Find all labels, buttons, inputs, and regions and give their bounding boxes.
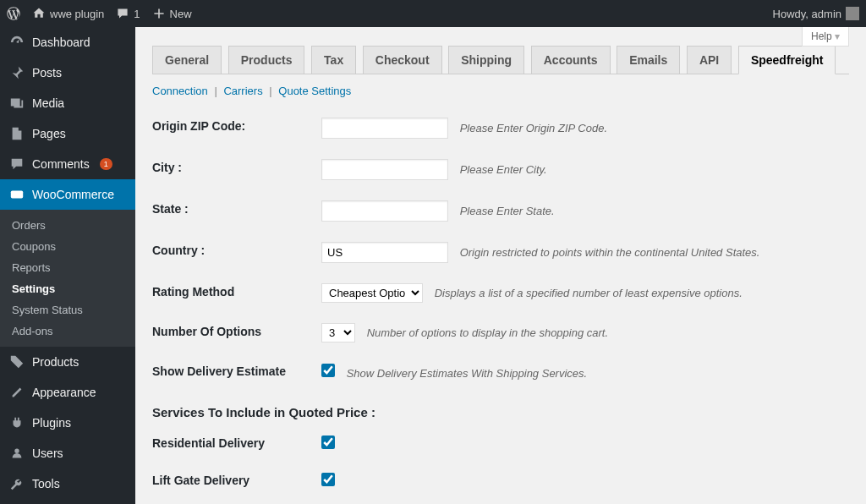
new-label: New <box>170 8 192 20</box>
sub-item-addons[interactable]: Add-ons <box>0 320 135 342</box>
checkbox-liftgate[interactable] <box>321 473 335 486</box>
tab-emails[interactable]: Emails <box>617 46 680 74</box>
label-rating-method: Rating Method <box>152 273 321 313</box>
sub-item-reports[interactable]: Reports <box>0 257 135 278</box>
subtab-quote-settings[interactable]: Quote Settings <box>278 85 351 97</box>
sub-item-settings[interactable]: Settings <box>0 278 135 299</box>
avatar <box>846 7 859 20</box>
new-content[interactable]: New <box>152 7 192 20</box>
sidebar-item-label: Pages <box>32 127 66 140</box>
hint-country: Origin restricted to points within the c… <box>460 246 760 259</box>
comment-icon <box>8 156 25 173</box>
select-rating-method[interactable]: Cheapest Options <box>321 283 423 303</box>
comment-icon <box>116 7 129 20</box>
sidebar-item-label: Dashboard <box>32 36 90 49</box>
plus-icon <box>152 7 166 20</box>
sidebar-item-label: Appearance <box>32 386 96 399</box>
sidebar-item-label: Plugins <box>32 416 71 430</box>
tab-tax[interactable]: Tax <box>311 46 356 74</box>
plugins-icon <box>8 414 25 431</box>
sidebar-item-tools[interactable]: Tools <box>0 468 135 499</box>
hint-show-delivery: Show Delivery Estimates With Shipping Se… <box>347 367 588 380</box>
separator: | <box>269 85 271 97</box>
hint-rating-method: Displays a list of a specified number of… <box>435 287 743 299</box>
label-show-delivery: Show Delivery Estimate <box>152 353 321 390</box>
input-city[interactable] <box>321 159 448 180</box>
sidebar-item-appearance[interactable]: Appearance <box>0 377 135 408</box>
site-name-link[interactable]: wwe plugin <box>32 7 104 20</box>
sub-item-system-status[interactable]: System Status <box>0 299 135 320</box>
hint-origin-zip: Please Enter Origin ZIP Code. <box>460 122 607 134</box>
wp-logo[interactable] <box>7 7 20 20</box>
label-city: City : <box>152 149 321 190</box>
content-area: Help General Products Tax Checkout Shipp… <box>135 27 866 504</box>
tab-speedfreight[interactable]: Speedfreight <box>738 46 836 74</box>
sidebar-item-label: Posts <box>32 66 62 79</box>
input-state[interactable] <box>321 200 448 222</box>
tab-api[interactable]: API <box>687 46 732 74</box>
woocommerce-icon <box>8 186 25 203</box>
services-form: Residential Delivery Lift Gate Delivery <box>152 425 849 499</box>
pin-icon <box>8 64 25 81</box>
admin-menu: Dashboard Posts Media Pages Comments 1 W… <box>0 27 135 504</box>
sidebar-item-settings[interactable]: Settings <box>0 499 135 504</box>
tab-general[interactable]: General <box>152 46 222 74</box>
media-icon <box>8 95 25 112</box>
users-icon <box>8 445 25 462</box>
input-country[interactable] <box>321 242 448 263</box>
checkbox-show-delivery[interactable] <box>321 364 335 377</box>
sidebar-item-products[interactable]: Products <box>0 347 135 377</box>
label-liftgate: Lift Gate Delivery <box>152 462 321 499</box>
label-num-options: Number Of Options <box>152 313 321 353</box>
appearance-icon <box>8 384 25 401</box>
sidebar-item-posts[interactable]: Posts <box>0 58 135 88</box>
sidebar-item-label: Products <box>32 355 79 369</box>
subtab-carriers[interactable]: Carriers <box>223 85 262 97</box>
help-tab[interactable]: Help <box>802 27 849 47</box>
comment-count: 1 <box>134 8 140 20</box>
sidebar-item-label: Comments <box>32 157 90 171</box>
sidebar-item-label: Media <box>32 96 64 110</box>
pages-icon <box>8 125 25 142</box>
howdy-account[interactable]: Howdy, admin <box>773 7 859 20</box>
tab-products[interactable]: Products <box>228 46 305 74</box>
howdy-text: Howdy, admin <box>773 8 841 20</box>
sidebar-item-label: WooCommerce <box>32 188 114 201</box>
select-num-options[interactable]: 3 <box>321 323 355 342</box>
tab-shipping[interactable]: Shipping <box>448 46 524 74</box>
label-country: Country : <box>152 232 321 273</box>
products-icon <box>8 353 25 370</box>
sidebar-item-media[interactable]: Media <box>0 88 135 118</box>
tools-icon <box>8 475 25 492</box>
tab-accounts[interactable]: Accounts <box>531 46 611 74</box>
comments-badge: 1 <box>100 158 112 170</box>
input-origin-zip[interactable] <box>321 118 448 139</box>
home-icon <box>32 7 46 20</box>
sidebar-item-pages[interactable]: Pages <box>0 118 135 149</box>
sidebar-item-woocommerce[interactable]: WooCommerce <box>0 179 135 210</box>
hint-state: Please Enter State. <box>460 205 555 217</box>
hint-city: Please Enter City. <box>460 163 547 176</box>
dashboard-icon <box>8 34 25 51</box>
label-state: State : <box>152 190 321 232</box>
sidebar-item-comments[interactable]: Comments 1 <box>0 149 135 179</box>
settings-form: Origin ZIP Code: Please Enter Origin ZIP… <box>152 107 849 390</box>
sidebar-item-users[interactable]: Users <box>0 438 135 468</box>
sub-item-orders[interactable]: Orders <box>0 215 135 236</box>
site-name: wwe plugin <box>50 8 104 20</box>
admin-bar: wwe plugin 1 New Howdy, admin <box>0 0 866 27</box>
subtab-connection[interactable]: Connection <box>152 85 208 97</box>
svg-rect-0 <box>11 191 23 199</box>
checkbox-residential[interactable] <box>321 436 335 449</box>
sub-item-coupons[interactable]: Coupons <box>0 236 135 257</box>
label-residential: Residential Delivery <box>152 425 321 462</box>
sidebar-item-label: Users <box>32 446 63 460</box>
woocommerce-submenu: Orders Coupons Reports Settings System S… <box>0 210 135 347</box>
sidebar-item-plugins[interactable]: Plugins <box>0 408 135 438</box>
tab-checkout[interactable]: Checkout <box>363 46 442 74</box>
section-services-heading: Services To Include in Quoted Price : <box>152 405 849 419</box>
sidebar-item-label: Tools <box>32 477 60 490</box>
sidebar-item-dashboard[interactable]: Dashboard <box>0 27 135 58</box>
sub-tabs: Connection | Carriers | Quote Settings <box>152 85 849 97</box>
comments-bubble[interactable]: 1 <box>116 7 140 20</box>
